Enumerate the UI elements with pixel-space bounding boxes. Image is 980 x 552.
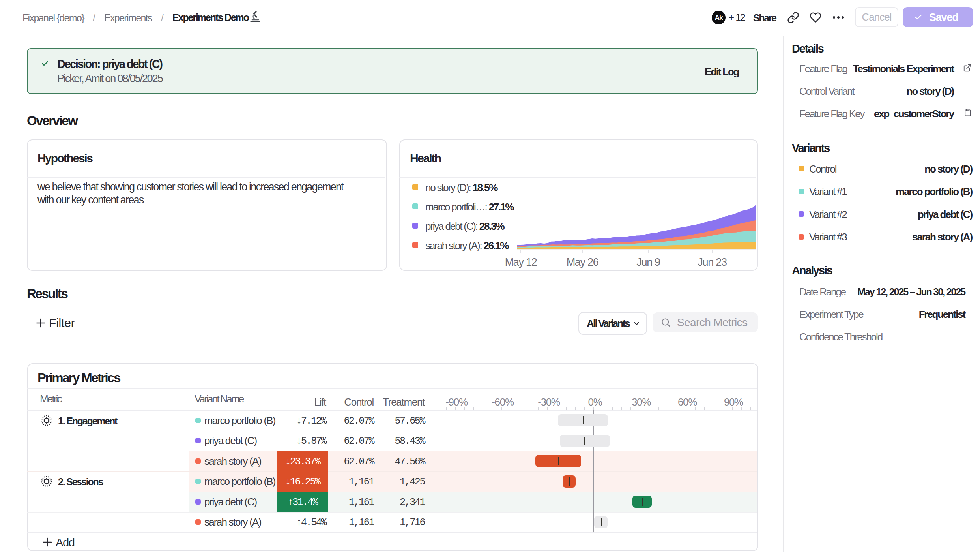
svg-text:Jun 23: Jun 23	[698, 256, 727, 268]
svg-text:May 26: May 26	[567, 256, 598, 268]
svg-text:Jun 9: Jun 9	[636, 256, 660, 268]
svg-text:May 12: May 12	[505, 256, 537, 268]
